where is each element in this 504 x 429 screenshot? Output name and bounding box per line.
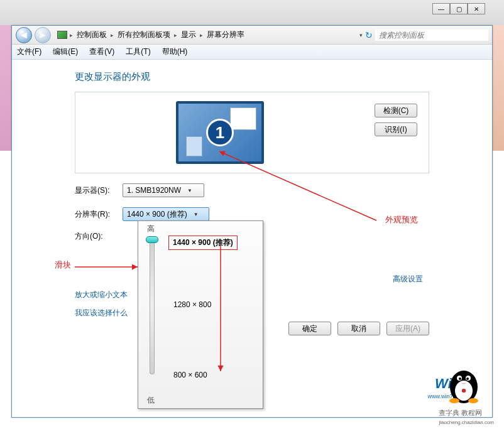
resolution-label: 分辨率(R): <box>75 209 123 220</box>
slider-high-label: 高 <box>147 224 155 234</box>
preview-window-icon <box>186 136 202 156</box>
menu-file[interactable]: 文件(F) <box>17 46 41 57</box>
annotation-preview-label: 外观预览 <box>385 214 418 225</box>
menubar: 文件(F) 编辑(E) 查看(V) 工具(T) 帮助(H) <box>12 45 492 60</box>
forward-button[interactable]: ► <box>35 27 51 43</box>
close-button[interactable]: ✕ <box>468 3 485 14</box>
crumb-sep: ▸ <box>174 32 177 38</box>
help-links: 放大或缩小文本 我应该选择什么 <box>75 290 128 318</box>
resolution-value: 1440 × 900 (推荐) <box>127 209 187 220</box>
resolution-dropdown: 高 1440 × 900 (推荐) 1280 × 800 800 × 600 低 <box>138 220 263 409</box>
crumb-sep: ▸ <box>70 32 73 38</box>
footer-buttons: 确定 取消 应用(A) <box>288 322 429 335</box>
photo-right <box>491 25 504 151</box>
crumb-control-panel[interactable]: 控制面板 <box>77 30 107 40</box>
crumb-resolution[interactable]: 屏幕分辨率 <box>207 30 244 40</box>
photo-left <box>0 25 13 151</box>
slider-track[interactable] <box>150 236 155 374</box>
back-button[interactable]: ◄ <box>16 27 32 43</box>
orientation-label: 方向(O): <box>75 231 123 242</box>
svg-point-7 <box>459 377 461 380</box>
dropdown-arrow-icon[interactable]: ▾ <box>359 32 363 38</box>
breadcrumb: ▸ 控制面板 ▸ 所有控制面板项 ▸ 显示 ▸ 屏幕分辨率 <box>70 30 344 40</box>
detect-button[interactable]: 检测(C) <box>375 104 417 117</box>
identify-button[interactable]: 识别(I) <box>375 122 417 136</box>
refresh-icon[interactable]: ↻ <box>365 30 373 40</box>
menu-tools[interactable]: 工具(T) <box>126 46 150 57</box>
ok-button[interactable]: 确定 <box>288 322 331 335</box>
display-value: 1. SMB1920NW <box>127 186 181 195</box>
menu-edit[interactable]: 编辑(E) <box>53 46 78 57</box>
display-preview-box: 1 检测(C) 识别(I) <box>75 92 429 173</box>
svg-point-10 <box>468 398 478 403</box>
minimize-button[interactable]: — <box>432 3 450 14</box>
resolution-option-selected[interactable]: 1440 × 900 (推荐) <box>168 236 238 250</box>
slider-thumb[interactable] <box>146 236 158 243</box>
which-choose-link[interactable]: 我应该选择什么 <box>75 308 128 318</box>
address-icon <box>57 31 67 39</box>
display-row: 显示器(S): 1. SMB1920NW ▼ <box>75 183 429 197</box>
crumb-display[interactable]: 显示 <box>181 30 196 40</box>
crumb-all-items[interactable]: 所有控制面板项 <box>118 30 170 40</box>
resolution-row: 分辨率(R): 1440 × 900 (推荐) ▼ <box>75 207 429 221</box>
cancel-button[interactable]: 取消 <box>337 322 380 335</box>
monitor-number-badge: 1 <box>206 119 234 146</box>
menu-view[interactable]: 查看(V) <box>89 46 114 57</box>
svg-point-8 <box>466 377 469 380</box>
svg-point-9 <box>449 398 459 403</box>
chevron-down-icon: ▼ <box>187 188 192 193</box>
main-window: ◄ ► ▸ 控制面板 ▸ 所有控制面板项 ▸ 显示 ▸ 屏幕分辨率 ▾ ↻ 文件… <box>11 25 493 418</box>
site-watermark: 查字典 教程网 jiaocheng.chazidian.com <box>439 408 494 425</box>
resolution-option-low[interactable]: 800 × 600 <box>173 371 207 379</box>
slider-low-label: 低 <box>147 395 155 406</box>
monitor-preview[interactable]: 1 <box>176 101 264 164</box>
advanced-settings-link[interactable]: 高级设置 <box>393 274 423 285</box>
penguin-icon <box>442 361 486 405</box>
menu-help[interactable]: 帮助(H) <box>162 46 188 57</box>
window-controls: — ▢ ✕ <box>432 3 485 14</box>
resolution-option-mid[interactable]: 1280 × 800 <box>173 300 211 309</box>
apply-button[interactable]: 应用(A) <box>386 322 429 335</box>
preview-window-icon <box>230 107 256 130</box>
crumb-sep: ▸ <box>200 32 203 38</box>
resolution-combo[interactable]: 1440 × 900 (推荐) ▼ <box>123 207 209 221</box>
page-title: 更改显示器的外观 <box>75 71 429 83</box>
crumb-sep: ▸ <box>111 32 114 38</box>
zoom-text-link[interactable]: 放大或缩小文本 <box>75 290 128 300</box>
annotation-slider-label: 滑块 <box>55 259 71 271</box>
maximize-button[interactable]: ▢ <box>450 3 468 14</box>
titlebar: ◄ ► ▸ 控制面板 ▸ 所有控制面板项 ▸ 显示 ▸ 屏幕分辨率 ▾ ↻ <box>12 26 492 45</box>
search-input[interactable] <box>375 30 488 41</box>
refresh-area: ▾ ↻ <box>359 30 373 40</box>
display-label: 显示器(S): <box>75 185 123 196</box>
display-combo[interactable]: 1. SMB1920NW ▼ <box>123 183 204 197</box>
chevron-down-icon: ▼ <box>194 212 199 217</box>
